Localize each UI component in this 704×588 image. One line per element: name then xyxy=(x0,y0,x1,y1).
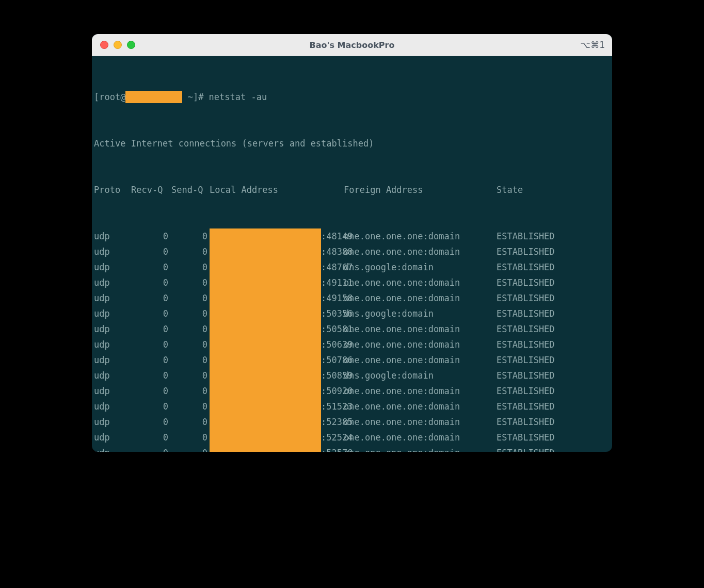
cell-proto: udp xyxy=(94,337,131,352)
cell-foreign: dns.google:domain xyxy=(344,306,497,321)
redacted-local-address xyxy=(210,337,321,352)
cell-sendq: 0 xyxy=(171,228,210,244)
cell-foreign: one.one.one.one:domain xyxy=(344,290,497,306)
cell-sendq: 0 xyxy=(171,337,210,352)
close-icon[interactable] xyxy=(100,41,108,49)
window-shortcut: ⌥⌘1 xyxy=(581,40,605,50)
cell-sendq: 0 xyxy=(171,430,210,445)
col-foreign-header: Foreign Address xyxy=(344,182,497,198)
maximize-icon[interactable] xyxy=(127,41,135,49)
terminal-body[interactable]: [root@ ~]# netstat -au Active Internet c… xyxy=(92,56,612,452)
cell-proto: udp xyxy=(94,414,131,430)
cell-proto: udp xyxy=(94,352,131,368)
cell-local: :52385 xyxy=(210,414,344,430)
cell-recvq: 0 xyxy=(131,399,171,414)
table-row: udp00:52524one.one.one.one:domainESTABLI… xyxy=(94,430,610,445)
prompt-suffix: ~]# xyxy=(182,89,209,105)
cell-sendq: 0 xyxy=(171,368,210,383)
cell-local: :49111 xyxy=(210,275,344,290)
redacted-local-address xyxy=(210,414,321,430)
cell-port: :48767 xyxy=(321,259,353,275)
cell-recvq: 0 xyxy=(131,290,171,306)
cell-foreign: one.one.one.one:domain xyxy=(344,275,497,290)
cell-foreign: one.one.one.one:domain xyxy=(344,352,497,368)
cell-port: :50786 xyxy=(321,352,353,368)
cell-state: ESTABLISHED xyxy=(497,228,579,244)
cell-sendq: 0 xyxy=(171,399,210,414)
cell-foreign: dns.google:domain xyxy=(344,259,497,275)
cell-foreign: one.one.one.one:domain xyxy=(344,228,497,244)
cell-foreign: one.one.one.one:domain xyxy=(344,399,497,414)
cell-local: :50859 xyxy=(210,368,344,383)
cell-foreign: one.one.one.one:domain xyxy=(344,383,497,399)
col-proto-header: Proto xyxy=(94,182,131,198)
table-row: udp00:51523one.one.one.one:domainESTABLI… xyxy=(94,399,610,414)
table-row: udp00:52578one.one.one.one:domainESTABLI… xyxy=(94,445,610,452)
minimize-icon[interactable] xyxy=(114,41,122,49)
banner-line: Active Internet connections (servers and… xyxy=(94,136,610,151)
cell-proto: udp xyxy=(94,321,131,337)
redacted-local-address xyxy=(210,368,321,383)
cell-sendq: 0 xyxy=(171,414,210,430)
cell-state: ESTABLISHED xyxy=(497,244,579,259)
cell-foreign: one.one.one.one:domain xyxy=(344,244,497,259)
cell-local: :52524 xyxy=(210,430,344,445)
cell-sendq: 0 xyxy=(171,290,210,306)
redacted-local-address xyxy=(210,290,321,306)
cell-proto: udp xyxy=(94,399,131,414)
titlebar[interactable]: Bao's MacbookPro ⌥⌘1 xyxy=(92,34,612,56)
cell-local: :52578 xyxy=(210,445,344,452)
cell-recvq: 0 xyxy=(131,337,171,352)
cell-sendq: 0 xyxy=(171,244,210,259)
table-row: udp00:49158one.one.one.one:domainESTABLI… xyxy=(94,290,610,306)
cell-local: :50920 xyxy=(210,383,344,399)
cell-sendq: 0 xyxy=(171,352,210,368)
cell-proto: udp xyxy=(94,306,131,321)
cell-local: :48149 xyxy=(210,228,344,244)
cell-state: ESTABLISHED xyxy=(497,399,579,414)
cell-recvq: 0 xyxy=(131,306,171,321)
cell-local: :48388 xyxy=(210,244,344,259)
table-row: udp00:48767dns.google:domainESTABLISHED xyxy=(94,259,610,275)
cell-sendq: 0 xyxy=(171,306,210,321)
cell-recvq: 0 xyxy=(131,228,171,244)
cell-recvq: 0 xyxy=(131,275,171,290)
cell-state: ESTABLISHED xyxy=(497,414,579,430)
cell-proto: udp xyxy=(94,368,131,383)
cell-port: :48149 xyxy=(321,228,353,244)
table-row: udp00:50920one.one.one.one:domainESTABLI… xyxy=(94,383,610,399)
cell-proto: udp xyxy=(94,259,131,275)
cell-foreign: one.one.one.one:domain xyxy=(344,445,497,452)
cell-proto: udp xyxy=(94,430,131,445)
banner-text: Active Internet connections (servers and… xyxy=(94,136,374,151)
cell-local: :50639 xyxy=(210,337,344,352)
prompt-prefix: [root@ xyxy=(94,89,125,105)
command-text: netstat -au xyxy=(209,89,267,105)
column-header-line: ProtoRecv-QSend-QLocal AddressForeign Ad… xyxy=(94,182,610,198)
cell-recvq: 0 xyxy=(131,430,171,445)
cell-port: :52385 xyxy=(321,414,353,430)
cell-proto: udp xyxy=(94,275,131,290)
cell-port: :50581 xyxy=(321,321,353,337)
redacted-local-address xyxy=(210,321,321,337)
table-row: udp00:52385one.one.one.one:domainESTABLI… xyxy=(94,414,610,430)
cell-proto: udp xyxy=(94,383,131,399)
cell-state: ESTABLISHED xyxy=(497,445,579,452)
cell-local: :48767 xyxy=(210,259,344,275)
redacted-local-address xyxy=(210,244,321,259)
table-row: udp00:50581one.one.one.one:domainESTABLI… xyxy=(94,321,610,337)
prompt-line: [root@ ~]# netstat -au xyxy=(94,89,610,105)
cell-port: :50859 xyxy=(321,368,353,383)
col-local-header: Local Address xyxy=(210,182,344,198)
cell-local: :49158 xyxy=(210,290,344,306)
cell-port: :50920 xyxy=(321,383,353,399)
traffic-lights xyxy=(100,41,135,49)
cell-state: ESTABLISHED xyxy=(497,352,579,368)
cell-foreign: one.one.one.one:domain xyxy=(344,414,497,430)
cell-port: :48388 xyxy=(321,244,353,259)
cell-recvq: 0 xyxy=(131,321,171,337)
table-row: udp00:48149one.one.one.one:domainESTABLI… xyxy=(94,228,610,244)
table-row: udp00:48388one.one.one.one:domainESTABLI… xyxy=(94,244,610,259)
table-row: udp00:50356dns.google:domainESTABLISHED xyxy=(94,306,610,321)
cell-proto: udp xyxy=(94,290,131,306)
